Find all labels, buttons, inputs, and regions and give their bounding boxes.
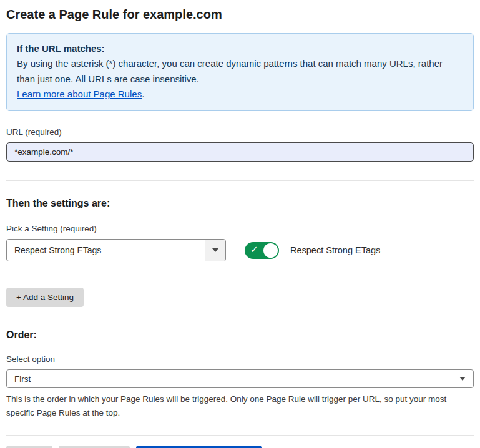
url-field-label: URL (required) [6,127,474,137]
chevron-down-icon [212,248,218,252]
order-section-heading: Order: [6,329,474,341]
section-divider [6,180,474,181]
etags-toggle-label: Respect Strong ETags [290,245,380,255]
save-deploy-button[interactable]: Save and Deploy Page Rule [136,446,262,448]
link-period: . [142,89,144,99]
page-title: Create a Page Rule for example.com [6,7,474,22]
order-select[interactable]: First [6,369,474,388]
check-icon: ✓ [250,245,256,254]
setting-select-value: Respect Strong ETags [7,240,205,261]
footer-actions: Cancel Save as Draft Save and Deploy Pag… [6,446,474,448]
info-box-link-line: Learn more about Page Rules. [17,87,463,102]
save-draft-button[interactable]: Save as Draft [59,446,130,448]
setting-row: Respect Strong ETags ✓ Respect Strong ET… [6,239,474,261]
order-help-text: This is the order in which your Page Rul… [6,392,471,419]
toggle-knob [263,243,278,258]
order-select-label: Select option [6,354,474,364]
chevron-down-icon [459,377,466,381]
setting-select-caret-button[interactable] [205,240,225,261]
url-match-info-box: If the URL matches: By using the asteris… [6,33,474,111]
add-setting-button[interactable]: + Add a Setting [6,288,84,307]
setting-select[interactable]: Respect Strong ETags [6,239,226,261]
pick-setting-label: Pick a Setting (required) [6,224,474,233]
settings-section-heading: Then the settings are: [6,198,474,209]
url-input[interactable] [6,142,474,162]
learn-more-link[interactable]: Learn more about Page Rules [17,89,142,99]
order-select-value: First [14,374,459,384]
cancel-button[interactable]: Cancel [6,446,52,448]
info-box-body: By using the asterisk (*) character, you… [17,56,463,87]
info-box-heading: If the URL matches: [17,41,463,56]
footer-divider [6,435,474,436]
etags-toggle[interactable]: ✓ [245,242,279,259]
etags-toggle-group: ✓ Respect Strong ETags [245,242,380,259]
